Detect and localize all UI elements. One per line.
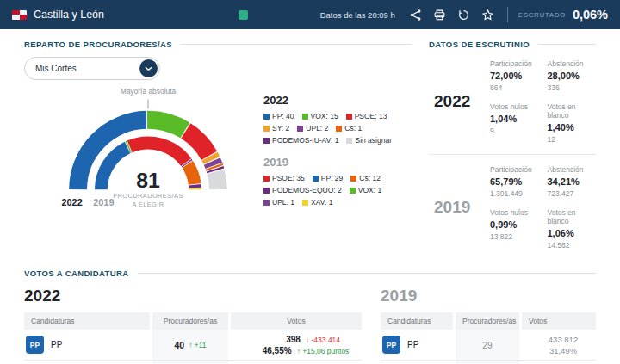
legend-label: Sin asignar [355, 136, 392, 145]
legend-color-chip [264, 176, 270, 182]
legend-color-chip [313, 176, 319, 182]
divider [507, 7, 508, 22]
scrutiny-data-section: DATOS DE ESCRUTINIO 2022 Participación 7… [429, 40, 596, 260]
seats-distribution-section: REPARTO DE PROCURADORES/AS Mis Cortes Ma… [24, 40, 412, 260]
pp-logo: PP [382, 336, 400, 354]
region-title: Castilla y León [34, 9, 104, 21]
history-icon[interactable] [457, 9, 470, 22]
section-title-escrutinio: DATOS DE ESCRUTINIO [429, 40, 530, 49]
header-procuradores: Procuradores/as [152, 312, 228, 330]
header-procuradores: Procuradores/as [456, 312, 519, 330]
legend-item: XAV: 1 [302, 198, 333, 207]
legend-label: PSOE: 35 [272, 174, 305, 182]
table-row-vox: VOX VOX 1 75.713 5,50% [381, 361, 596, 364]
data-timestamp: Datos de las 20:09 h [320, 10, 395, 20]
stat-participacion: Participación 72,00% 864 [490, 59, 539, 92]
legend-label: VOX: 15 [311, 112, 338, 120]
legend-label: PP: 40 [272, 112, 294, 120]
live-indicator-icon [239, 10, 248, 20]
legend-items-2019: PSOE: 35 PP: 29 Cs: 12 PODEMOS-EQUO: 2 V… [264, 174, 412, 207]
header-votos: Votos [231, 312, 362, 330]
percent-value: 31,49% [549, 346, 577, 355]
pp-logo: PP [26, 336, 44, 354]
legend-item: UPL: 2 [297, 124, 328, 133]
percent-diff: ↑ +15,06 puntos [297, 347, 350, 355]
section-title-votos: VOTOS A CANDIDATURA [24, 268, 129, 278]
legend-label: PODEMOS-EQUO: 2 [272, 186, 342, 194]
legend-label: Cs: 12 [359, 174, 381, 182]
seats-value: 40 [174, 340, 184, 350]
stat-participacion: Participación 65,79% 1.391.449 [490, 165, 539, 198]
legend-label: SY: 2 [272, 124, 289, 133]
scrutiny-block-2022: 2022 Participación 72,00% 864 Abstención… [429, 49, 596, 154]
escrutado-value: 0,06% [573, 8, 608, 22]
legend-item: VOX: 1 [350, 186, 381, 194]
stat-votos-nulos: Votos nulos 1,04% 9 [490, 102, 539, 144]
percent-value: 46,55% [244, 346, 292, 355]
votes-value: 433.812 [549, 335, 578, 344]
legend-label: PP: 29 [321, 174, 344, 182]
print-icon[interactable] [433, 9, 446, 22]
total-seats: 81 [136, 169, 160, 192]
chevron-down-icon[interactable] [140, 59, 158, 77]
legend-item: PODEMOS-IU-AV: 1 [264, 136, 338, 145]
legend-item: PP: 29 [313, 174, 344, 182]
stat-abstencion: Abstención 34,21% 723.427 [548, 165, 597, 198]
table-year: 2022 [24, 287, 362, 305]
chart-legend: 2022 PP: 40 VOX: 15 PSOE: 13 SY: 2 UPL: … [264, 83, 412, 218]
legend-label: UPL: 2 [306, 124, 328, 133]
legend-color-chip [264, 126, 270, 132]
stat-abstencion: Abstención 28,00% 336 [548, 59, 597, 92]
party-name: PP [407, 340, 418, 349]
legend-items-2022: PP: 40 VOX: 15 PSOE: 13 SY: 2 UPL: 2 Cs:… [264, 112, 412, 145]
legend-item: Cs: 1 [336, 124, 362, 133]
seats-diff: ↑ +11 [189, 341, 206, 349]
legend-color-chip [297, 126, 303, 132]
legend-color-chip [336, 126, 342, 132]
stat-votos-nulos: Votos nulos 0,99% 13.822 [490, 208, 539, 250]
majority-label: Mayoría absoluta [121, 87, 177, 96]
section-title-reparto: REPARTO DE PROCURADORES/AS [24, 40, 172, 49]
legend-color-chip [264, 200, 270, 206]
party-name: PP [51, 340, 62, 349]
table-row-vox: VOX VOX 15 ↑ +14 156↓ -75.557 18,25%↑ +1… [24, 361, 362, 364]
votes-value: 398 [252, 335, 301, 344]
legend-label: PODEMOS-IU-AV: 1 [272, 136, 338, 145]
scrutiny-year: 2022 [434, 59, 481, 144]
legend-color-chip [264, 138, 270, 144]
legend-item: UPL: 1 [264, 198, 294, 207]
hemicycle-chart: Mayoría absoluta 81 PROCURADORES/AS A EL… [24, 83, 264, 212]
legend-item: Sin asignar [346, 136, 392, 145]
header-candidaturas: Candidaturas [381, 312, 453, 330]
legend-color-chip [346, 114, 352, 120]
legend-year-2022: 2022 [264, 94, 412, 107]
share-icon[interactable] [409, 9, 422, 22]
votes-table-2022: 2022 Candidaturas Procuradores/as Votos … [24, 285, 362, 364]
table-year: 2019 [381, 287, 596, 305]
seats-value: 29 [482, 340, 493, 350]
votes-section: VOTOS A CANDIDATURA 2022 Candidaturas Pr… [24, 268, 596, 364]
table-row-pp: PP PP 29 433.812 31,49% [381, 330, 596, 361]
legend-label: VOX: 1 [358, 186, 381, 194]
chamber-dropdown[interactable]: Mis Cortes [24, 57, 160, 80]
seats-caption-line1: PROCURADORES/AS [113, 192, 183, 200]
divider [138, 273, 596, 274]
star-icon[interactable] [481, 9, 494, 22]
legend-color-chip [350, 188, 356, 194]
table-header: Candidaturas Procuradores/as Votos [381, 312, 596, 330]
legend-color-chip [264, 188, 270, 194]
chamber-dropdown-label: Mis Cortes [35, 64, 77, 73]
legend-color-chip [264, 114, 270, 120]
scrutiny-block-2019: 2019 Participación 65,79% 1.391.449 Abst… [429, 155, 596, 260]
stat-votos-blanco: Votos en blanco 1,06% 14.562 [548, 208, 597, 250]
divider [538, 44, 596, 45]
castilla-y-leon-flag-icon [12, 10, 27, 20]
legend-item: SY: 2 [264, 124, 289, 133]
legend-color-chip [350, 176, 356, 182]
legend-year-2019: 2019 [264, 156, 412, 169]
header-candidaturas: Candidaturas [24, 312, 150, 330]
legend-label: PSOE: 13 [355, 112, 388, 120]
legend-color-chip [346, 138, 352, 144]
legend-label: Cs: 1 [344, 124, 362, 133]
escrutado-label: ESCRUTADO [518, 11, 566, 19]
